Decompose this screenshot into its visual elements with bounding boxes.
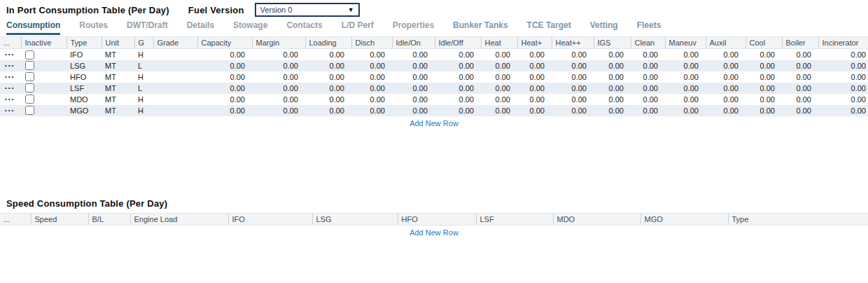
cell-boiler[interactable]: 0.00 [782, 71, 818, 83]
cell-clean[interactable]: 0.00 [631, 83, 665, 94]
cell-incinerator[interactable]: 0.00 [818, 60, 868, 71]
tab-l-d-perf[interactable]: L/D Perf [342, 20, 374, 35]
cell-idle-off[interactable]: 0.00 [435, 49, 481, 60]
cell-heat[interactable]: 0.00 [552, 94, 594, 105]
cell-incinerator[interactable]: 0.00 [818, 105, 868, 116]
cell-igs[interactable]: 0.00 [594, 71, 631, 83]
cell-heat[interactable]: 0.00 [481, 83, 517, 94]
cell-type[interactable]: LSF [66, 83, 102, 94]
tab-consumption[interactable]: Consumption [6, 20, 60, 35]
cell-igs[interactable]: 0.00 [594, 83, 631, 94]
cell-disch[interactable]: 0.00 [351, 60, 392, 71]
cell-maneuv[interactable]: 0.00 [665, 60, 706, 71]
cell-auxil[interactable]: 0.00 [706, 94, 746, 105]
cell-heat[interactable]: 0.00 [481, 60, 517, 71]
row-menu-icon[interactable]: ••• [0, 60, 21, 71]
cell-loading[interactable]: 0.00 [305, 83, 351, 94]
cell-grade[interactable] [153, 105, 197, 116]
cell-g[interactable]: L [134, 83, 153, 94]
cell-capacity[interactable]: 0.00 [197, 60, 252, 71]
cell-heat[interactable]: 0.00 [552, 49, 594, 60]
cell-heat[interactable]: 0.00 [517, 105, 552, 116]
cell-heat[interactable]: 0.00 [552, 71, 594, 83]
cell-clean[interactable]: 0.00 [631, 60, 665, 71]
inactive-checkbox[interactable] [25, 83, 34, 92]
cell-idle-on[interactable]: 0.00 [392, 60, 435, 71]
cell-igs[interactable]: 0.00 [594, 105, 631, 116]
cell-disch[interactable]: 0.00 [351, 105, 392, 116]
cell-disch[interactable]: 0.00 [351, 49, 392, 60]
cell-heat[interactable]: 0.00 [552, 105, 594, 116]
cell-margin[interactable]: 0.00 [252, 105, 305, 116]
cell-type[interactable]: MGO [66, 105, 102, 116]
cell-capacity[interactable]: 0.00 [197, 94, 252, 105]
cell-incinerator[interactable]: 0.00 [818, 49, 868, 60]
tab-dwt-draft[interactable]: DWT/Draft [127, 20, 168, 35]
cell-cool[interactable]: 0.00 [746, 49, 782, 60]
cell-boiler[interactable]: 0.00 [782, 105, 818, 116]
cell-igs[interactable]: 0.00 [594, 49, 631, 60]
cell-maneuv[interactable]: 0.00 [665, 105, 706, 116]
cell-idle-on[interactable]: 0.00 [392, 71, 435, 83]
cell-disch[interactable]: 0.00 [351, 94, 392, 105]
cell-heat[interactable]: 0.00 [481, 94, 517, 105]
cell-maneuv[interactable]: 0.00 [665, 71, 706, 83]
cell-g[interactable]: H [134, 49, 153, 60]
tab-fleets[interactable]: Fleets [637, 20, 662, 35]
cell-igs[interactable]: 0.00 [594, 94, 631, 105]
inactive-checkbox[interactable] [25, 61, 34, 70]
cell-unit[interactable]: MT [102, 60, 134, 71]
row-menu-icon[interactable]: ••• [0, 94, 21, 105]
cell-heat[interactable]: 0.00 [552, 83, 594, 94]
inactive-checkbox[interactable] [25, 106, 34, 115]
cell-auxil[interactable]: 0.00 [706, 83, 746, 94]
cell-heat[interactable]: 0.00 [481, 49, 517, 60]
tab-routes[interactable]: Routes [79, 20, 108, 35]
cell-cool[interactable]: 0.00 [746, 60, 782, 71]
cell-cool[interactable]: 0.00 [746, 83, 782, 94]
cell-margin[interactable]: 0.00 [252, 83, 305, 94]
cell-clean[interactable]: 0.00 [631, 94, 665, 105]
cell-grade[interactable] [153, 60, 197, 71]
cell-heat[interactable]: 0.00 [517, 71, 552, 83]
cell-idle-on[interactable]: 0.00 [392, 83, 435, 94]
cell-loading[interactable]: 0.00 [305, 94, 351, 105]
cell-capacity[interactable]: 0.00 [197, 83, 252, 94]
cell-idle-off[interactable]: 0.00 [435, 60, 481, 71]
cell-grade[interactable] [153, 94, 197, 105]
cell-auxil[interactable]: 0.00 [706, 49, 746, 60]
cell-idle-off[interactable]: 0.00 [435, 105, 481, 116]
cell-unit[interactable]: MT [102, 94, 134, 105]
tab-details[interactable]: Details [187, 20, 214, 35]
row-menu-icon[interactable]: ••• [0, 105, 21, 116]
row-menu-icon[interactable]: ••• [0, 71, 21, 83]
cell-maneuv[interactable]: 0.00 [665, 94, 706, 105]
cell-heat[interactable]: 0.00 [517, 94, 552, 105]
tab-stowage[interactable]: Stowage [233, 20, 267, 35]
cell-heat[interactable]: 0.00 [481, 105, 517, 116]
cell-disch[interactable]: 0.00 [351, 83, 392, 94]
add-new-row-link[interactable]: Add New Row [410, 119, 458, 127]
inactive-checkbox[interactable] [25, 95, 34, 104]
cell-margin[interactable]: 0.00 [252, 71, 305, 83]
cell-unit[interactable]: MT [102, 105, 134, 116]
cell-loading[interactable]: 0.00 [305, 60, 351, 71]
cell-grade[interactable] [153, 71, 197, 83]
cell-boiler[interactable]: 0.00 [782, 60, 818, 71]
tab-properties[interactable]: Properties [393, 20, 434, 35]
cell-boiler[interactable]: 0.00 [782, 94, 818, 105]
cell-g[interactable]: H [134, 94, 153, 105]
cell-auxil[interactable]: 0.00 [706, 105, 746, 116]
cell-idle-on[interactable]: 0.00 [392, 105, 435, 116]
cell-type[interactable]: LSG [66, 60, 102, 71]
cell-idle-off[interactable]: 0.00 [435, 71, 481, 83]
cell-igs[interactable]: 0.00 [594, 60, 631, 71]
cell-clean[interactable]: 0.00 [631, 105, 665, 116]
cell-heat[interactable]: 0.00 [481, 71, 517, 83]
cell-heat[interactable]: 0.00 [552, 60, 594, 71]
cell-g[interactable]: L [134, 60, 153, 71]
cell-clean[interactable]: 0.00 [631, 49, 665, 60]
cell-grade[interactable] [153, 49, 197, 60]
cell-idle-off[interactable]: 0.00 [435, 83, 481, 94]
cell-incinerator[interactable]: 0.00 [818, 71, 868, 83]
